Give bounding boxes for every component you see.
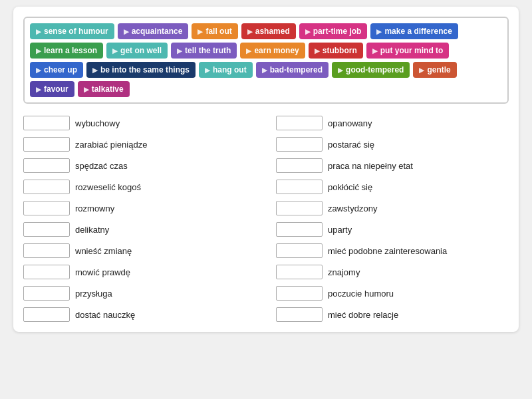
word-chip-13[interactable]: ▶be into the same things	[86, 62, 196, 78]
word-chip-16[interactable]: ▶good-tempered	[332, 62, 410, 78]
matching-area: wybuchowy opanowany zarabiać pieniądze p…	[23, 116, 509, 322]
word-chip-19[interactable]: ▶talkative	[78, 81, 130, 97]
match-row-left-8: przysługa	[23, 286, 256, 301]
speaker-icon-18: ▶	[36, 86, 41, 93]
match-label-left-4: rozmowny	[75, 203, 114, 213]
match-label-right-2: praca na niepełny etat	[328, 161, 413, 171]
match-label-left-3: rozweselić kogoś	[75, 182, 141, 192]
answer-input-right-7[interactable]	[276, 265, 323, 279]
match-row-right-5: uparty	[276, 222, 509, 237]
speaker-icon-15: ▶	[262, 66, 267, 74]
match-label-right-4: zawstydzony	[328, 203, 377, 213]
word-chip-5[interactable]: ▶make a difference	[370, 23, 458, 39]
match-row-left-6: wnieść zmianę	[23, 243, 256, 258]
answer-input-right-8[interactable]	[276, 286, 323, 301]
word-chip-6[interactable]: ▶learn a lesson	[30, 43, 103, 59]
word-chip-17[interactable]: ▶gentle	[413, 62, 456, 78]
answer-input-left-3[interactable]	[23, 180, 70, 194]
match-row-right-9: mieć dobre relacje	[276, 307, 509, 322]
match-label-right-3: pokłócić się	[328, 182, 372, 192]
match-row-right-0: opanowany	[276, 116, 509, 130]
match-row-left-2: spędzać czas	[23, 158, 256, 173]
speaker-icon-1: ▶	[124, 28, 129, 35]
match-row-left-3: rozweselić kogoś	[23, 180, 256, 194]
match-row-left-4: rozmowny	[23, 201, 256, 215]
word-chip-9[interactable]: ▶earn money	[240, 43, 305, 59]
match-row-right-4: zawstydzony	[276, 201, 509, 215]
match-label-right-8: poczucie humoru	[328, 289, 394, 299]
answer-input-right-4[interactable]	[276, 201, 323, 215]
answer-input-right-9[interactable]	[276, 307, 323, 322]
match-row-left-1: zarabiać pieniądze	[23, 137, 256, 152]
speaker-icon-14: ▶	[205, 66, 210, 74]
main-container: ▶sense of humour▶acquaintance▶fall out▶a…	[13, 7, 519, 332]
answer-input-left-6[interactable]	[23, 243, 70, 258]
answer-input-right-2[interactable]	[276, 158, 323, 173]
speaker-icon-6: ▶	[36, 47, 41, 55]
match-label-left-7: mowić prawdę	[75, 267, 130, 277]
speaker-icon-17: ▶	[419, 66, 424, 74]
match-row-left-5: delikatny	[23, 222, 256, 237]
match-label-left-0: wybuchowy	[75, 118, 120, 128]
match-row-right-1: postarać się	[276, 137, 509, 152]
speaker-icon-13: ▶	[92, 66, 98, 74]
match-row-left-9: dostać nauczkę	[23, 307, 256, 322]
answer-input-right-5[interactable]	[276, 222, 323, 237]
match-label-right-0: opanowany	[328, 118, 372, 128]
match-label-right-5: uparty	[328, 225, 352, 235]
speaker-icon-0: ▶	[36, 28, 41, 35]
answer-input-right-3[interactable]	[276, 180, 323, 194]
match-label-left-5: delikatny	[75, 225, 109, 235]
answer-input-left-0[interactable]	[23, 116, 70, 130]
word-chip-4[interactable]: ▶part-time job	[299, 23, 368, 39]
speaker-icon-4: ▶	[305, 28, 311, 35]
word-chip-14[interactable]: ▶hang out	[199, 62, 253, 78]
word-chip-3[interactable]: ▶ashamed	[241, 23, 296, 39]
match-label-left-1: zarabiać pieniądze	[75, 140, 147, 150]
match-label-right-1: postarać się	[328, 140, 374, 150]
match-label-left-2: spędzać czas	[75, 161, 128, 171]
answer-input-right-6[interactable]	[276, 243, 323, 258]
word-chip-12[interactable]: ▶cheer up	[30, 62, 83, 78]
match-row-right-7: znajomy	[276, 265, 509, 279]
word-chip-1[interactable]: ▶acquaintance	[118, 23, 189, 39]
match-label-right-9: mieć dobre relacje	[328, 310, 398, 320]
word-chip-7[interactable]: ▶get on well	[106, 43, 168, 59]
answer-input-left-4[interactable]	[23, 201, 70, 215]
match-row-left-7: mowić prawdę	[23, 265, 256, 279]
answer-input-left-2[interactable]	[23, 158, 70, 173]
word-chip-11[interactable]: ▶put your mind to	[366, 43, 450, 59]
match-row-right-6: mieć podobne zainteresowania	[276, 243, 509, 258]
word-chip-18[interactable]: ▶favour	[30, 81, 74, 97]
answer-input-left-8[interactable]	[23, 286, 70, 301]
word-chip-10[interactable]: ▶stubborn	[309, 43, 363, 59]
answer-input-left-9[interactable]	[23, 307, 70, 322]
answer-input-right-0[interactable]	[276, 116, 323, 130]
match-label-left-6: wnieść zmianę	[75, 246, 132, 256]
answer-input-left-7[interactable]	[23, 265, 70, 279]
word-chip-2[interactable]: ▶fall out	[192, 23, 237, 39]
match-row-left-0: wybuchowy	[23, 116, 256, 130]
match-row-right-2: praca na niepełny etat	[276, 158, 509, 173]
match-label-right-7: znajomy	[328, 267, 360, 277]
speaker-icon-19: ▶	[84, 86, 89, 93]
answer-input-right-1[interactable]	[276, 137, 323, 152]
match-label-left-8: przysługa	[75, 289, 112, 299]
speaker-icon-16: ▶	[338, 66, 343, 74]
match-label-right-6: mieć podobne zainteresowania	[328, 246, 447, 256]
speaker-icon-7: ▶	[112, 47, 118, 55]
answer-input-left-5[interactable]	[23, 222, 70, 237]
speaker-icon-9: ▶	[246, 47, 251, 55]
speaker-icon-5: ▶	[376, 28, 382, 35]
match-row-right-8: poczucie humoru	[276, 286, 509, 301]
answer-input-left-1[interactable]	[23, 137, 70, 152]
word-chip-15[interactable]: ▶bad-tempered	[256, 62, 329, 78]
match-row-right-3: pokłócić się	[276, 180, 509, 194]
word-chip-0[interactable]: ▶sense of humour	[30, 23, 114, 39]
speaker-icon-3: ▶	[247, 28, 253, 35]
speaker-icon-2: ▶	[198, 28, 203, 35]
speaker-icon-12: ▶	[36, 66, 41, 74]
match-label-left-9: dostać nauczkę	[75, 310, 135, 320]
word-chip-8[interactable]: ▶tell the truth	[171, 43, 237, 59]
speaker-icon-8: ▶	[177, 47, 182, 55]
